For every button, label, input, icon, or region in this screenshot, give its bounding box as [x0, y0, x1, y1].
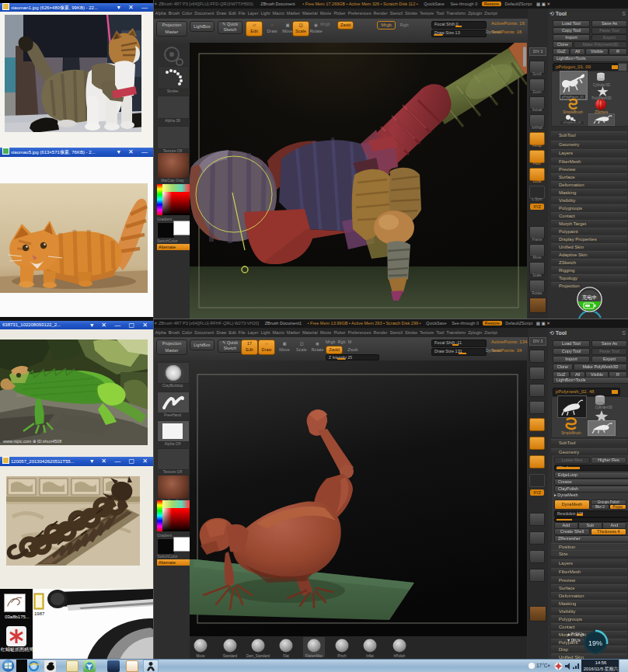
- svg-text:Inflat: Inflat: [366, 654, 375, 658]
- svg-text:1987: 1987: [34, 611, 45, 616]
- svg-text:Flat: Flat: [283, 654, 289, 658]
- svg-text:充电中: 充电中: [582, 294, 598, 301]
- svg-text:19%: 19%: [588, 639, 602, 647]
- svg-text:FlattenMax: FlattenMax: [305, 654, 323, 658]
- svg-text:Dam_Standard: Dam_Standard: [246, 654, 270, 658]
- svg-text:▾ 0K/s: ▾ 0K/s: [567, 638, 581, 642]
- svg-text:Move: Move: [196, 654, 205, 658]
- svg-text:▴ 8.1K/s: ▴ 8.1K/s: [567, 632, 584, 636]
- svg-text:Pinch: Pinch: [337, 654, 347, 658]
- svg-text:hPolish: hPolish: [394, 654, 406, 658]
- svg-text:Standard: Standard: [223, 654, 238, 658]
- svg-text:www.nipic.com ⊕ ID:shun4508: www.nipic.com ⊕ ID:shun4508: [2, 439, 61, 444]
